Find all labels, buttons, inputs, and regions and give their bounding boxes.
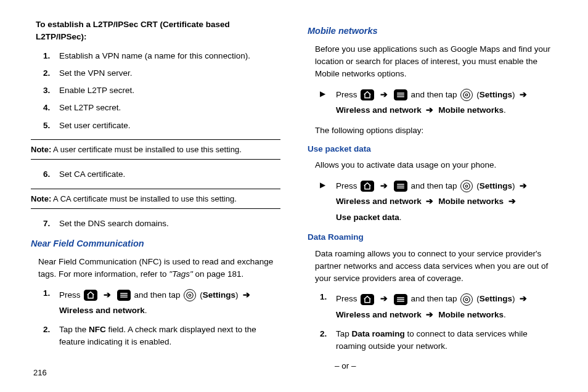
menu-icon xyxy=(394,181,407,192)
list-item: 1.Establish a VPN name (a name for this … xyxy=(43,50,280,62)
svg-point-19 xyxy=(463,296,470,303)
l2tp-steps-1-5: 1.Establish a VPN name (a name for this … xyxy=(43,50,280,132)
l2tp-step-7: 7.Set the DNS search domains. xyxy=(43,218,280,230)
mn-following: The following options display: xyxy=(315,125,557,137)
nfc-steps: 1. Press ➔ and then tap (Settings) ➔ Wir… xyxy=(43,287,280,349)
settings-icon xyxy=(460,180,473,192)
svg-point-13 xyxy=(466,185,468,187)
svg-point-9 xyxy=(463,92,470,99)
list-item: 3.Enable L2TP secret. xyxy=(43,84,280,97)
page-columns: To establish a L2TP/IPSec CRT (Certifica… xyxy=(31,18,557,372)
settings-icon xyxy=(460,89,473,101)
upd-intro: Allows you to activate data usage on you… xyxy=(315,159,557,171)
home-icon xyxy=(361,294,374,305)
menu-icon xyxy=(394,89,407,100)
svg-point-14 xyxy=(463,183,470,190)
upd-step: ▶ Press ➔ and then tap (Settings) ➔ Wire… xyxy=(320,178,557,226)
svg-point-18 xyxy=(466,298,468,301)
home-icon xyxy=(84,290,97,301)
list-item: 5.Set user certificate. xyxy=(43,120,280,132)
dr-intro: Data roaming allows you to connect to yo… xyxy=(315,248,557,285)
home-icon xyxy=(361,89,374,100)
list-item: 1. Press ➔ and then tap (Settings) ➔ Wir… xyxy=(43,287,280,319)
note-user-cert: Note: A user certificate must be install… xyxy=(31,139,280,160)
l2tp-heading: To establish a L2TP/IPSec CRT (Certifica… xyxy=(36,18,280,44)
svg-point-8 xyxy=(466,94,468,96)
triangle-bullet-icon: ▶ xyxy=(320,178,336,226)
list-item: 2. Tap the NFC field. A check mark displ… xyxy=(43,324,280,349)
mn-intro: Before you use applications such as Goog… xyxy=(315,43,557,81)
note-ca-cert: Note: A CA certificate must be installed… xyxy=(31,189,280,210)
svg-point-4 xyxy=(187,292,194,299)
nfc-intro: Near Field Communication (NFC) is used t… xyxy=(38,256,280,281)
nfc-heading: Near Field Communication xyxy=(31,237,280,251)
list-item: 2. Tap Data roaming to connect to data s… xyxy=(320,328,557,353)
home-icon xyxy=(361,181,374,192)
svg-point-3 xyxy=(189,294,192,296)
list-item: 6.Set CA certificate. xyxy=(43,168,280,181)
triangle-bullet-icon: ▶ xyxy=(320,87,336,118)
left-column: To establish a L2TP/IPSec CRT (Certifica… xyxy=(31,18,280,372)
menu-icon xyxy=(117,290,131,301)
list-item: 1. Press ➔ and then tap (Settings) ➔ Wir… xyxy=(320,291,557,322)
settings-icon xyxy=(184,289,196,301)
menu-icon xyxy=(394,294,407,305)
page-number: 216 xyxy=(33,367,47,379)
dr-steps: 1. Press ➔ and then tap (Settings) ➔ Wir… xyxy=(320,291,557,353)
settings-icon xyxy=(460,293,473,306)
mn-step: ▶ Press ➔ and then tap (Settings) ➔ Wire… xyxy=(320,87,557,118)
right-column: Mobile networks Before you use applicati… xyxy=(308,18,557,372)
or-separator: – or – xyxy=(335,360,557,372)
data-roaming-heading: Data Roaming xyxy=(308,231,557,243)
list-item: 4.Set L2TP secret. xyxy=(43,102,280,114)
list-item: 7.Set the DNS search domains. xyxy=(43,218,280,230)
use-packet-data-heading: Use packet data xyxy=(308,143,557,155)
l2tp-step-6: 6.Set CA certificate. xyxy=(43,168,280,181)
mobile-networks-heading: Mobile networks xyxy=(308,25,557,38)
list-item: 2.Set the VPN server. xyxy=(43,67,280,80)
